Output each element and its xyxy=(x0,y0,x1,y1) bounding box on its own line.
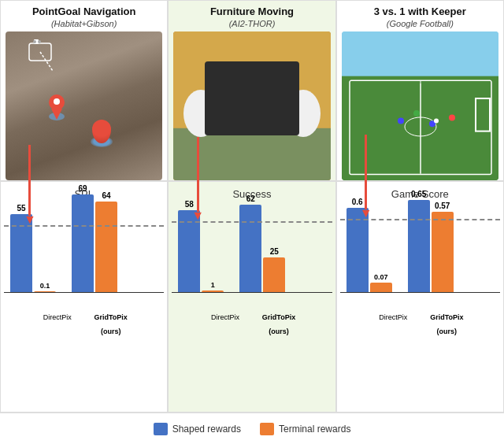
label-gridtopix-text-spl: GridToPix(ours) xyxy=(94,313,127,335)
top-row: PointGoal Navigation (Habitat+Gibson) xyxy=(0,0,504,181)
bar-value-64: 64 xyxy=(102,191,110,200)
chart-area-success: ▼ 58 1 62 25 xyxy=(172,205,332,307)
label-gridtopix-gamescore: GridToPix(ours) xyxy=(424,309,469,337)
label-gridtopix-text-success: GridToPix(ours) xyxy=(262,313,295,335)
col-title-pointgoal: PointGoal Navigation xyxy=(32,6,135,17)
bar-group-gridtopix-orange-spl: 64 xyxy=(95,191,117,293)
arrow-head-spl: ▼ xyxy=(24,213,36,227)
chart-panel-gamescore: Game Score ▼ 0.6 0.07 xyxy=(336,181,504,413)
bar-value-62: 62 xyxy=(246,194,255,203)
bar-value-25: 25 xyxy=(270,247,279,256)
chart-panel-success: Success ▼ 58 1 xyxy=(168,181,335,413)
chart-area-gamescore: ▼ 0.6 0.07 0.65 0.57 xyxy=(340,205,500,307)
legend-swatch-blue xyxy=(154,423,168,435)
label-directpix-gamescore: DirectPix xyxy=(370,309,416,337)
baseline-spl xyxy=(4,292,164,293)
baseline-gamescore xyxy=(340,292,500,293)
svg-rect-17 xyxy=(342,31,498,76)
bar-group-gridtopix-orange-gamescore: 0.57 xyxy=(432,202,454,293)
bar-labels-success: DirectPix GridToPix(ours) xyxy=(172,309,332,337)
col-subtitle-pointgoal: (Habitat+Gibson) xyxy=(51,19,117,28)
bar-orange-gridtopix-success xyxy=(263,257,285,293)
legend-row: Shaped rewards Terminal rewards xyxy=(0,413,504,444)
label-directpix-success: DirectPix xyxy=(202,309,248,337)
svg-rect-13 xyxy=(220,76,284,109)
chart-panel-spl: SPL ▼ 55 xyxy=(0,181,168,413)
legend-swatch-orange xyxy=(260,423,274,435)
chart-area-spl: ▼ 55 0.1 69 xyxy=(4,205,164,307)
bar-value-69: 69 xyxy=(78,184,87,193)
svg-point-26 xyxy=(449,115,455,121)
label-gridtopix-text-gamescore: GridToPix(ours) xyxy=(430,313,463,335)
charts-row: SPL ▼ 55 xyxy=(0,181,504,413)
col-title-furniture: Furniture Moving xyxy=(210,6,294,17)
bar-blue-gridtopix-success xyxy=(239,205,261,293)
bar-value-01: 0.1 xyxy=(40,282,50,290)
label-directpix-text-spl: DirectPix xyxy=(43,313,72,321)
label-gridtopix-spl: GridToPix(ours) xyxy=(88,309,134,337)
svg-point-27 xyxy=(434,118,439,123)
label-directpix-text-success: DirectPix xyxy=(211,313,239,321)
arrow-shaft-gamescore xyxy=(365,135,367,209)
bar-group-gridtopix-orange-success: 25 xyxy=(263,247,285,293)
bar-value-065: 0.65 xyxy=(411,190,426,198)
bar-blue-gridtopix-gamescore xyxy=(408,200,430,293)
main-container: PointGoal Navigation (Habitat+Gibson) xyxy=(0,0,504,444)
svg-point-16 xyxy=(286,90,321,137)
arrow-head-gamescore: ▼ xyxy=(360,206,372,220)
bar-group-directpix-orange-gamescore: 0.07 xyxy=(370,273,392,293)
svg-point-3 xyxy=(38,40,41,43)
col-subtitle-football: (Google Football) xyxy=(387,19,454,28)
arrow-success: ▼ xyxy=(191,137,204,223)
col-subtitle-furniture: (AI2-THOR) xyxy=(229,19,276,28)
label-directpix-text-gamescore: DirectPix xyxy=(379,313,407,321)
bottom-section: SPL ▼ 55 xyxy=(0,181,504,444)
legend-label-terminal: Terminal rewards xyxy=(279,424,350,435)
label-directpix-spl: DirectPix xyxy=(35,309,80,337)
arrow-shaft-spl xyxy=(28,145,31,216)
col-title-football: 3 vs. 1 with Keeper xyxy=(374,6,466,17)
arrow-shaft-success xyxy=(197,137,199,212)
svg-point-15 xyxy=(183,90,218,137)
bar-group-directpix-orange-spl: 0.1 xyxy=(34,282,56,293)
arrow-head-success: ▼ xyxy=(191,209,204,223)
bar-group-gridtopix-blue-success: 62 xyxy=(239,194,261,293)
bar-value-007: 0.07 xyxy=(374,273,388,281)
bar-blue-directpix-gamescore xyxy=(346,208,369,293)
label-gridtopix-success: GridToPix(ours) xyxy=(256,309,302,337)
legend-item-terminal: Terminal rewards xyxy=(260,423,350,435)
legend-item-shaped: Shaped rewards xyxy=(154,423,241,435)
bar-group-gridtopix-blue-spl: 69 xyxy=(72,184,94,293)
svg-point-8 xyxy=(54,98,60,105)
arrow-gamescore: ▼ xyxy=(360,135,372,220)
bar-labels-spl: DirectPix GridToPix(ours) xyxy=(4,309,164,337)
svg-point-24 xyxy=(413,110,420,117)
bar-orange-gridtopix-gamescore xyxy=(432,212,454,293)
baseline-success xyxy=(172,292,332,293)
svg-point-23 xyxy=(398,117,404,124)
svg-point-2 xyxy=(33,40,36,43)
bar-value-057: 0.57 xyxy=(435,202,450,210)
bar-labels-gamescore: DirectPix GridToPix(ours) xyxy=(340,309,500,337)
bar-group-gridtopix-blue-gamescore: 0.65 xyxy=(408,190,430,293)
bar-group-directpix-orange-success: 1 xyxy=(202,281,224,293)
arrow-spl: ▼ xyxy=(24,145,36,227)
svg-rect-12 xyxy=(217,83,287,128)
legend-label-shaped: Shaped rewards xyxy=(172,424,241,435)
bar-value-1: 1 xyxy=(211,281,215,289)
bar-orange-gridtopix-spl xyxy=(95,202,117,293)
bar-blue-gridtopix-spl xyxy=(72,194,94,293)
